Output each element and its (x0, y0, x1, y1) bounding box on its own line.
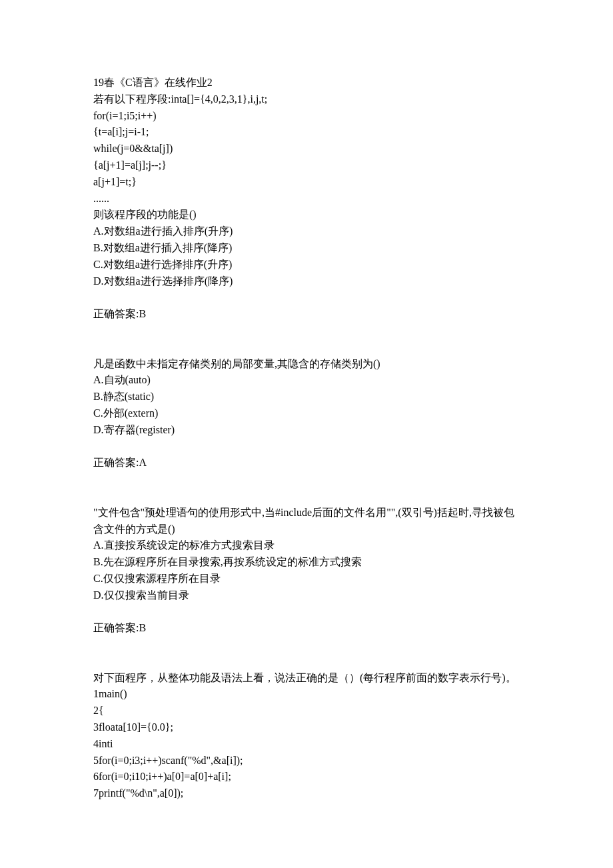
text-line (93, 289, 520, 306)
text-line: 3floata[10]={0.0}; (93, 719, 520, 736)
text-line: 正确答案:B (93, 620, 520, 637)
text-line (93, 488, 520, 505)
document-page: 19春《C语言》在线作业2 若有以下程序段:inta[]={4,0,2,3,1}… (0, 0, 613, 868)
text-line: {t=a[i];j=i-1; (93, 124, 520, 141)
text-line: C.外部(extern) (93, 405, 520, 422)
text-line: D.对数组a进行选择排序(降序) (93, 273, 520, 290)
text-line: "文件包含"预处理语句的使用形式中,当#include后面的文件名用"",(双引… (93, 505, 520, 538)
text-line: a[j+1]=t;} (93, 174, 520, 191)
text-line (93, 339, 520, 356)
text-line (93, 637, 520, 653)
text-line: 2{ (93, 703, 520, 719)
text-line: C.对数组a进行选择排序(升序) (93, 257, 520, 273)
text-line: 19春《C语言》在线作业2 (93, 75, 520, 91)
text-line: 正确答案:A (93, 455, 520, 471)
text-line: D.仅仅搜索当前目录 (93, 587, 520, 604)
text-line: 6for(i=0;i10;i++)a[0]=a[0]+a[i]; (93, 769, 520, 785)
text-line: 正确答案:B (93, 306, 520, 323)
text-line (93, 471, 520, 488)
text-line: C.仅仅搜索源程序所在目录 (93, 571, 520, 587)
text-line: A.自动(auto) (93, 372, 520, 389)
text-line: 7printf("%d\n",a[0]); (93, 785, 520, 802)
text-line: 凡是函数中未指定存储类别的局部变量,其隐含的存储类别为() (93, 356, 520, 373)
text-line: while(j=0&&ta[j]) (93, 141, 520, 157)
text-line: 4inti (93, 736, 520, 753)
text-line: 则该程序段的功能是() (93, 207, 520, 223)
text-line: 1main() (93, 686, 520, 703)
text-line: A.对数组a进行插入排序(升序) (93, 223, 520, 240)
text-line: 若有以下程序段:inta[]={4,0,2,3,1},i,j,t; (93, 91, 520, 108)
text-line (93, 653, 520, 670)
text-line: {a[j+1]=a[j];j--;} (93, 157, 520, 174)
text-line: 5for(i=0;i3;i++)scanf("%d",&a[i]); (93, 753, 520, 769)
text-line: B.对数组a进行插入排序(降序) (93, 240, 520, 257)
text-line: 对下面程序，从整体功能及语法上看，说法正确的是（）(每行程序前面的数字表示行号)… (93, 670, 520, 687)
text-line (93, 439, 520, 455)
text-line: B.静态(static) (93, 389, 520, 405)
text-line (93, 604, 520, 621)
text-line (93, 323, 520, 339)
text-line: B.先在源程序所在目录搜索,再按系统设定的标准方式搜索 (93, 554, 520, 571)
text-line: D.寄存器(register) (93, 422, 520, 439)
text-line: A.直接按系统设定的标准方式搜索目录 (93, 537, 520, 554)
text-line: for(i=1;i5;i++) (93, 108, 520, 125)
text-line: ...... (93, 191, 520, 207)
